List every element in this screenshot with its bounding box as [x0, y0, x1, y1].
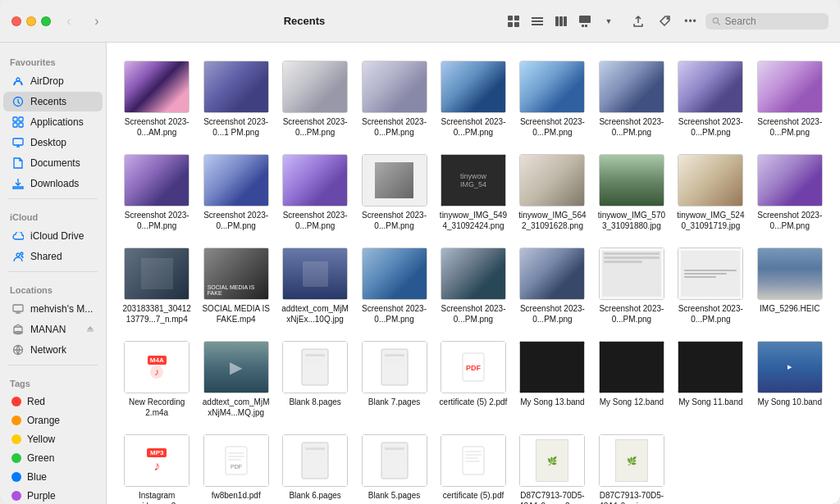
file-item[interactable]: Screenshot 2023-0...PM.png [595, 243, 669, 329]
sidebar-item-manan[interactable]: MANAN [3, 320, 103, 339]
file-name: Screenshot 2023-0...PM.png [596, 303, 667, 325]
file-item[interactable]: PDF fw8ben1d.pdf [199, 429, 272, 504]
file-thumbnail [362, 247, 427, 300]
sidebar-item-recents[interactable]: Recents [3, 92, 103, 111]
view-options-button[interactable]: ▼ [597, 10, 620, 33]
sidebar-item-mac[interactable]: mehvish's M... [3, 299, 103, 319]
svg-point-25 [16, 253, 20, 257]
svg-rect-58 [385, 452, 404, 454]
file-item[interactable]: Screenshot 2023-0...PM.png [753, 149, 827, 236]
svg-rect-44 [385, 362, 401, 364]
mac-icon [11, 302, 25, 316]
file-item[interactable]: M4A ♪ New Recording 2.m4a [120, 336, 194, 423]
file-item[interactable]: Screenshot 2023-0...PM.png [673, 243, 747, 329]
file-thumbnail [678, 61, 743, 113]
grid-view-button[interactable] [502, 10, 525, 33]
file-item[interactable]: certificate (5).pdf [436, 429, 510, 504]
sidebar-item-airdrop[interactable]: AirDrop [3, 71, 103, 91]
search-box[interactable] [705, 13, 829, 30]
file-item[interactable]: Screenshot 2023-0...PM.png [278, 56, 352, 143]
sidebar-item-network[interactable]: Network [3, 340, 103, 360]
pages-icon [300, 347, 330, 387]
file-item[interactable]: Screenshot 2023-0...PM.png [357, 149, 431, 236]
file-item[interactable]: PDF certificate (5) 2.pdf [436, 336, 510, 423]
file-item[interactable]: SOCIAL MEDIA IS FAKE SOCIAL MEDIA IS FAK… [199, 243, 272, 329]
file-item[interactable]: Screenshot 2023-0...PM.png [120, 149, 194, 236]
file-item[interactable]: My Song 11.band [673, 336, 747, 423]
file-item[interactable]: Blank 6.pages [278, 429, 352, 504]
minimize-button[interactable] [26, 16, 36, 26]
file-item[interactable]: ▶ addtext_com_MjMxNjM4...MQ.jpg [199, 336, 272, 423]
sidebar-item-blue[interactable]: Blue [3, 468, 103, 486]
gallery-view-button[interactable] [573, 10, 596, 33]
file-thumbnail [599, 61, 664, 113]
file-item[interactable]: 203183381_3041213779...7_n.mp4 [120, 243, 194, 329]
sidebar-item-icloud-drive[interactable]: iCloud Drive [3, 226, 103, 246]
drive-icon [11, 323, 25, 336]
file-item[interactable]: 🌿 D87C7913-70D5-43A1-9...ew 2.png [515, 429, 589, 504]
forward-button[interactable]: › [87, 11, 107, 31]
file-item[interactable]: Screenshot 2023-0...PM.png [199, 149, 272, 236]
sidebar-item-applications[interactable]: Applications [3, 112, 103, 132]
file-item[interactable]: Screenshot 2023-0...PM.png [436, 243, 510, 329]
file-item[interactable]: ▶ My Song 10.band [753, 336, 827, 423]
file-item[interactable]: Screenshot 2023-0...PM.png [436, 56, 510, 143]
svg-rect-19 [19, 117, 23, 121]
sidebar-item-yellow[interactable]: Yellow [3, 430, 103, 448]
file-thumbnail [362, 61, 427, 113]
search-input[interactable] [725, 16, 822, 27]
file-item[interactable]: Blank 7.pages [357, 336, 431, 423]
sidebar: Favourites AirDrop Recents [0, 43, 107, 504]
more-button[interactable]: ••• [679, 10, 702, 33]
sidebar-item-green[interactable]: Green [3, 449, 103, 467]
file-name: Screenshot 2023-0...PM.png [358, 303, 429, 325]
file-item[interactable]: Screenshot 2023-0...PM.png [357, 243, 431, 329]
column-view-button[interactable] [550, 10, 573, 33]
file-item[interactable]: Screenshot 2023-0...PM.png [753, 56, 827, 143]
sidebar-green-label: Green [27, 452, 54, 464]
icloud-icon [11, 229, 25, 243]
tag-button[interactable] [653, 10, 676, 33]
file-item[interactable]: My Song 13.band [515, 336, 589, 423]
sidebar-item-downloads[interactable]: Downloads [3, 174, 103, 193]
file-item[interactable]: tinywowIMG_54 tinywow_IMG_5494_31092424.… [436, 149, 510, 236]
file-thumbnail: PDF [441, 341, 506, 393]
sidebar-item-shared[interactable]: Shared [3, 247, 103, 266]
file-item[interactable]: Blank 5.pages [357, 429, 431, 504]
file-item[interactable]: addtext_com_MjMxNjEx...10Q.jpg [278, 243, 352, 329]
file-item[interactable]: Screenshot 2023-0...PM.png [515, 243, 589, 329]
sidebar-item-purple[interactable]: Purple [3, 487, 103, 504]
file-item[interactable]: tinywow_IMG_5240_31091719.jpg [673, 149, 747, 236]
file-item[interactable]: My Song 12.band [595, 336, 669, 423]
file-item[interactable]: MP3 ♪ Instagram video.mp3 [120, 429, 194, 504]
maximize-button[interactable] [41, 16, 51, 26]
file-item[interactable]: tinywow_IMG_5642_31091628.png [515, 149, 589, 236]
applications-icon [11, 116, 25, 129]
back-button[interactable]: ‹ [59, 11, 79, 31]
file-item[interactable]: Screenshot 2023-0...PM.png [673, 56, 747, 143]
file-item[interactable]: Screenshot 2023-0...PM.png [515, 56, 589, 143]
file-name: tinywow_IMG_5494_31092424.png [438, 210, 509, 231]
close-button[interactable] [11, 16, 21, 26]
file-item[interactable]: Blank 8.pages [278, 336, 352, 423]
file-item[interactable]: Screenshot 2023-0...1 PM.png [199, 56, 272, 143]
file-item[interactable]: tinywow_IMG_5703_31091880.jpg [595, 149, 669, 236]
file-item[interactable]: 🌿 D87C7913-70D5-43A1-9...view.png [595, 429, 669, 504]
file-item[interactable]: Screenshot 2023-0...PM.png [595, 56, 669, 143]
file-name: New Recording 2.m4a [121, 397, 192, 418]
eject-icon[interactable] [86, 325, 94, 334]
file-thumbnail [599, 247, 664, 300]
sidebar-item-red[interactable]: Red [3, 393, 103, 411]
share-button[interactable] [627, 10, 650, 33]
list-view-button[interactable] [526, 10, 549, 33]
main-area: Favourites AirDrop Recents [0, 43, 840, 504]
file-name: My Song 13.band [520, 397, 584, 407]
sidebar-item-documents[interactable]: Documents [3, 153, 103, 173]
sidebar-item-orange[interactable]: Orange [3, 411, 103, 429]
file-name: Screenshot 2023-0...PM.png [517, 303, 587, 325]
file-item[interactable]: IMG_5296.HEIC [753, 243, 827, 329]
file-item[interactable]: Screenshot 2023-0...PM.png [278, 149, 352, 236]
file-item[interactable]: Screenshot 2023-0...PM.png [357, 56, 431, 143]
sidebar-item-desktop[interactable]: Desktop [3, 133, 103, 152]
file-item[interactable]: Screenshot 2023-0...AM.png [120, 56, 194, 143]
